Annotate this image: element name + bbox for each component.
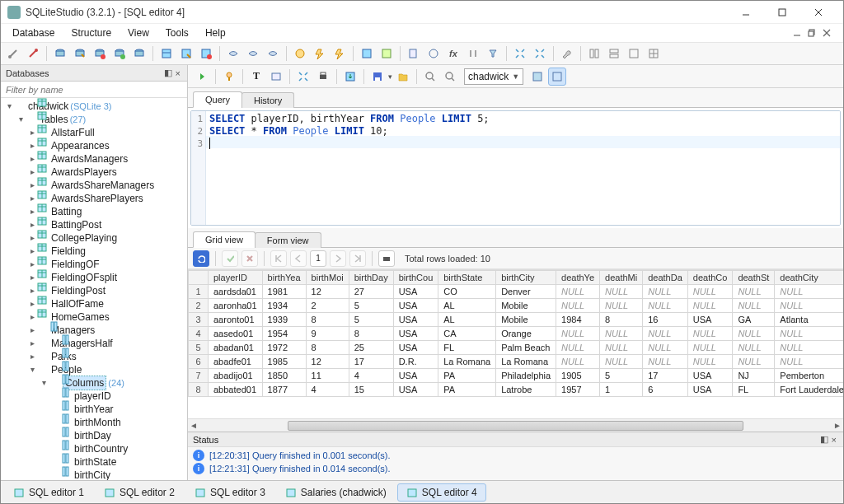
cell[interactable]: 5 (349, 313, 393, 327)
tree-node[interactable]: birthYear (1, 403, 187, 416)
filter2-icon[interactable] (484, 44, 502, 63)
cell[interactable]: PA (438, 369, 496, 383)
cell[interactable]: USA (687, 369, 733, 383)
row-number[interactable]: 4 (189, 327, 209, 341)
db-edit-icon[interactable] (71, 44, 89, 63)
db-connect-icon[interactable] (110, 44, 129, 63)
cell[interactable]: AL (438, 313, 496, 327)
row-number[interactable]: 2 (189, 299, 209, 313)
cell[interactable]: abadfe01 (209, 355, 263, 369)
bottom-tab[interactable]: SQL editor 1 (4, 483, 93, 502)
menu-help[interactable]: Help (199, 26, 232, 40)
tree-node[interactable]: playerID (1, 390, 187, 403)
row-number[interactable]: 7 (189, 369, 209, 383)
layout1-icon[interactable] (585, 44, 603, 63)
table-edit-icon[interactable] (177, 44, 195, 63)
cell[interactable]: NULL (775, 341, 843, 355)
cell[interactable]: NULL (775, 355, 843, 369)
bottom-tab[interactable]: Salaries (chadwick) (276, 483, 396, 502)
cell[interactable]: CO (438, 285, 496, 299)
open-icon[interactable] (394, 68, 412, 86)
cell[interactable]: 1985 (262, 355, 306, 369)
cell[interactable]: 2 (306, 299, 349, 313)
row-number[interactable]: 6 (189, 355, 209, 369)
copy-icon[interactable] (405, 44, 423, 63)
trigger-icon[interactable] (311, 44, 329, 63)
cell[interactable]: Fort Lauderdale (775, 383, 843, 397)
horiz-scrollbar[interactable]: ◄ ► (188, 418, 843, 432)
cell[interactable]: Pemberton (775, 369, 843, 383)
view-delete-icon[interactable] (264, 44, 282, 63)
column-header[interactable]: deathSt (733, 271, 775, 285)
cell[interactable]: 1957 (556, 383, 600, 397)
tree-node[interactable]: ▸Fielding (1, 245, 187, 258)
cell[interactable]: 5 (349, 299, 393, 313)
form-view-icon[interactable] (548, 68, 566, 86)
row-number[interactable]: 1 (189, 285, 209, 299)
database-combo[interactable]: chadwick ▼ (464, 68, 523, 85)
tab-form-view[interactable]: Form view (255, 232, 321, 248)
db-remove-icon[interactable] (91, 44, 109, 63)
prev-page-button[interactable] (290, 250, 307, 267)
cell[interactable]: NULL (687, 285, 733, 299)
panel-float-icon[interactable]: ◧ (162, 68, 174, 78)
cell[interactable]: NULL (687, 327, 733, 341)
cell[interactable]: USA (393, 285, 438, 299)
layout3-icon[interactable] (625, 44, 643, 63)
cell[interactable]: NULL (775, 285, 843, 299)
database-filter[interactable] (1, 82, 187, 98)
close-button[interactable] (800, 2, 837, 23)
cell[interactable]: 1981 (262, 285, 306, 299)
cell[interactable]: 27 (349, 285, 393, 299)
cell[interactable]: abbated01 (209, 383, 263, 397)
tree-node[interactable]: ▸Appearances (1, 139, 187, 152)
cell[interactable]: 12 (306, 355, 349, 369)
cell[interactable]: 15 (349, 383, 393, 397)
cell[interactable]: La Romana (438, 355, 496, 369)
tree-node[interactable]: ▾People (1, 363, 187, 376)
view-new-icon[interactable] (224, 44, 242, 63)
tree-node[interactable]: ▸AllstarFull (1, 126, 187, 139)
cell[interactable]: 1984 (556, 313, 600, 327)
table-delete-icon[interactable] (197, 44, 215, 63)
print-icon[interactable] (314, 68, 332, 86)
cell[interactable]: GA (733, 313, 775, 327)
search-icon[interactable] (421, 68, 439, 86)
cell[interactable]: NULL (556, 299, 600, 313)
tree-node[interactable]: ▸AwardsManagers (1, 152, 187, 166)
row-number[interactable]: 5 (189, 341, 209, 355)
layout2-icon[interactable] (605, 44, 623, 63)
cell[interactable]: USA (687, 313, 733, 327)
db-refresh-icon[interactable] (130, 44, 148, 63)
next-page-button[interactable] (330, 250, 346, 267)
mdi-minimize-button[interactable] (790, 28, 804, 38)
column-header[interactable]: deathCo (687, 271, 733, 285)
rollback-button[interactable] (241, 250, 258, 267)
tree-node[interactable]: birthDay (1, 429, 187, 442)
cell[interactable]: NULL (600, 355, 643, 369)
column-header[interactable]: birthCity (496, 271, 556, 285)
cell[interactable]: La Romana (496, 355, 556, 369)
cell[interactable]: 8 (306, 313, 349, 327)
cell[interactable]: 1850 (262, 369, 306, 383)
db-add-icon[interactable] (51, 44, 69, 63)
tree-node[interactable]: ▸BattingPost (1, 218, 187, 231)
cell[interactable]: Mobile (496, 313, 556, 327)
cell[interactable]: aaronto01 (209, 313, 263, 327)
cell[interactable]: 1954 (262, 327, 306, 341)
cell[interactable]: NULL (775, 327, 843, 341)
cell[interactable]: aardsda01 (209, 285, 263, 299)
cell[interactable]: 8 (600, 313, 643, 327)
print-grid-button[interactable] (378, 250, 395, 267)
tree-node[interactable]: ▸FieldingPost (1, 284, 187, 297)
last-page-button[interactable] (349, 250, 366, 267)
tree-node[interactable]: ▸Managers (1, 324, 187, 337)
mdi-close-button[interactable] (820, 28, 833, 38)
cell[interactable]: PA (438, 383, 496, 397)
cell[interactable]: 1972 (262, 341, 306, 355)
cell[interactable]: NULL (600, 285, 643, 299)
cell[interactable]: D.R. (393, 355, 438, 369)
view-edit-icon[interactable] (244, 44, 262, 63)
tree-node[interactable]: ▸HomeGames (1, 310, 187, 324)
cell[interactable]: 17 (349, 355, 393, 369)
